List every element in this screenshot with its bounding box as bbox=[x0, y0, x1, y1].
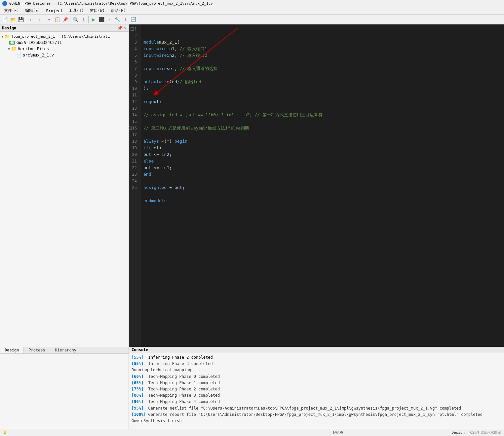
code-line-9 bbox=[143, 92, 501, 98]
toolbar-new[interactable]: 📄 bbox=[1, 16, 9, 23]
line-num-7: 7 bbox=[129, 65, 138, 72]
code-line-4 bbox=[143, 59, 501, 65]
code-line-3: input wire in2, // 输入端口2 bbox=[143, 52, 501, 59]
code-line-14: // 第二种方式是使用always的*触发方法ifelse判断 bbox=[143, 125, 501, 131]
source-file-name: src\mux_2_1.v bbox=[23, 53, 54, 57]
toolbar-sep1 bbox=[26, 16, 26, 23]
bottom-row: Design Process Hierarchy Console [55%] I… bbox=[0, 347, 504, 429]
tree-source-file[interactable]: 📄 src\mux_2_1.v bbox=[0, 52, 129, 58]
toolbar-cut[interactable]: ✂ bbox=[46, 16, 53, 23]
chip-badge: GW bbox=[9, 41, 15, 45]
toolbar-paste[interactable]: 📌 bbox=[61, 16, 69, 23]
console-line-4: [65%] Tech-Mapping Phase 1 completed bbox=[132, 380, 501, 386]
status-panel: Design bbox=[452, 430, 465, 435]
verilog-folder-label: Verilog Files bbox=[18, 47, 49, 51]
line-num-24: 24 bbox=[129, 178, 138, 184]
toolbar-find[interactable]: 🔍 bbox=[72, 16, 79, 23]
line-num-16: -16 bbox=[129, 125, 138, 131]
line-num-18: 18 bbox=[129, 138, 138, 145]
status-page: 起始页 bbox=[332, 430, 343, 435]
toolbar-refresh[interactable]: 🔄 bbox=[130, 16, 137, 23]
tab-hierarchy[interactable]: Hierarchy bbox=[50, 347, 81, 353]
code-line-10: reg out; bbox=[143, 98, 501, 105]
code-line-24 bbox=[143, 191, 501, 198]
menu-project[interactable]: Project bbox=[43, 8, 65, 14]
console-line-10: GowinSynthesis finish bbox=[132, 418, 501, 424]
line-numbers: -123456789101112131415-16171819202122232… bbox=[129, 24, 141, 347]
code-line-1: module mux_2_1( bbox=[143, 39, 501, 46]
console-line-1: [55%] Inferring Phase 3 completed bbox=[132, 361, 501, 367]
line-num-12: 12 bbox=[129, 98, 138, 105]
tab-process[interactable]: Process bbox=[24, 347, 50, 353]
menu-edit[interactable]: 编辑(E) bbox=[22, 8, 43, 14]
fold-marker-16[interactable]: - bbox=[129, 127, 132, 130]
main-area: Design 📌 ✕ ▼ 📁 fpga_project_mux_2_1 - [C… bbox=[0, 24, 504, 347]
line-num-11: 11 bbox=[129, 92, 138, 98]
tab-design[interactable]: Design bbox=[0, 347, 24, 353]
menu-bar: 文件(F) 编辑(E) Project 工具(T) 窗口(W) 帮助(H) bbox=[0, 7, 504, 15]
menu-help[interactable]: 帮助(H) bbox=[108, 8, 129, 14]
menu-file[interactable]: 文件(F) bbox=[1, 8, 22, 14]
pin-icon[interactable]: 📌 bbox=[117, 25, 123, 30]
code-line-17: if(sel) bbox=[143, 145, 501, 151]
status-center: 起始页 bbox=[227, 430, 449, 435]
toolbar-stop[interactable]: ⬛ bbox=[98, 16, 105, 23]
status-left: 💡 bbox=[0, 430, 227, 435]
code-line-6 bbox=[143, 72, 501, 79]
verilog-folder-icon: 📁 bbox=[11, 46, 17, 52]
toolbar-save[interactable]: 💾 bbox=[17, 16, 24, 23]
app-icon: 🔵 bbox=[2, 1, 7, 6]
tree-project-root[interactable]: ▼ 📁 fpga_project_mux_2_1 - [C:\Users\Adm… bbox=[0, 33, 129, 40]
console-line-7: [90%] Tech-Mapping Phase 4 completed bbox=[132, 399, 501, 405]
code-line-22 bbox=[143, 178, 501, 184]
toolbar-impl[interactable]: 🔧 bbox=[114, 16, 121, 23]
toolbar-goto[interactable]: ⤵ bbox=[80, 16, 87, 23]
toolbar-synth[interactable]: ⚡ bbox=[106, 16, 113, 23]
line-num-8: 8 bbox=[129, 72, 138, 79]
chip-name: GW5A-LV25UG324C2/I1 bbox=[17, 40, 62, 45]
status-right: Design bbox=[449, 430, 468, 435]
console-panel[interactable]: [55%] Inferring Phase 2 completed[55%] I… bbox=[129, 353, 504, 429]
toolbar-build[interactable]: ▶ bbox=[90, 16, 97, 23]
close-icon[interactable]: ✕ bbox=[124, 25, 127, 30]
line-num-6: 6 bbox=[129, 59, 138, 65]
tree-arrow-project: ▼ bbox=[1, 35, 3, 38]
code-line-7: output wire led // 输出led bbox=[143, 79, 501, 85]
line-num-1: -1 bbox=[129, 26, 138, 32]
code-line-11 bbox=[143, 105, 501, 112]
toolbar: 📄 📂 💾 ↩ ↪ ✂ 📋 📌 🔍 ⤵ ▶ ⬛ ⚡ 🔧 ⬇ 🔄 bbox=[0, 15, 504, 24]
toolbar-copy[interactable]: 📋 bbox=[54, 16, 61, 23]
console-line-6: [80%] Tech-Mapping Phase 3 completed bbox=[132, 392, 501, 399]
fold-marker-1[interactable]: - bbox=[131, 27, 134, 31]
menu-tools[interactable]: 工具(T) bbox=[66, 8, 87, 14]
toolbar-undo[interactable]: ↩ bbox=[27, 16, 35, 23]
console-line-9: [100%] Generate report file "C:\Users\Ad… bbox=[132, 412, 501, 418]
toolbar-open[interactable]: 📂 bbox=[9, 16, 17, 23]
console-line-3: [60%] Tech-Mapping Phase 0 completed bbox=[132, 374, 501, 380]
title-text: GOWIN FPGA Designer - [C:\Users\Administ… bbox=[9, 1, 215, 6]
code-content[interactable]: module mux_2_1( input wire in1, // 输入端口1… bbox=[141, 24, 504, 347]
console-line-2: Running technical mapping ... bbox=[132, 367, 501, 373]
bottom-content: Console [55%] Inferring Phase 2 complete… bbox=[129, 347, 504, 429]
menu-window[interactable]: 窗口(W) bbox=[87, 8, 108, 14]
toolbar-prog[interactable]: ⬇ bbox=[122, 16, 129, 23]
line-num-9: 9 bbox=[129, 79, 138, 85]
line-num-13: 13 bbox=[129, 105, 138, 112]
line-num-14: 14 bbox=[129, 112, 138, 118]
status-bar: 💡 起始页 Design CSDN @凉开水白菜 bbox=[0, 429, 504, 436]
tree-chip[interactable]: GW GW5A-LV25UG324C2/I1 bbox=[0, 40, 129, 46]
line-num-23: 23 bbox=[129, 171, 138, 178]
sidebar-header-icons: 📌 ✕ bbox=[117, 25, 127, 30]
code-editor[interactable]: -123456789101112131415-16171819202122232… bbox=[129, 24, 504, 347]
tree-verilog-folder[interactable]: ▼ 📁 Verilog Files bbox=[0, 46, 129, 52]
line-num-20: 20 bbox=[129, 151, 138, 158]
code-line-15 bbox=[143, 131, 501, 138]
lightbulb-icon: 💡 bbox=[3, 430, 7, 435]
line-num-19: 19 bbox=[129, 145, 138, 151]
watermark: CSDN @凉开水白菜 bbox=[467, 430, 504, 435]
code-line-16: always @(*) begin bbox=[143, 138, 501, 145]
title-bar: 🔵 GOWIN FPGA Designer - [C:\Users\Admini… bbox=[0, 0, 504, 7]
code-line-20: out <= in1; bbox=[143, 164, 501, 171]
console-line-0: [55%] Inferring Phase 2 completed bbox=[132, 354, 501, 361]
toolbar-redo[interactable]: ↪ bbox=[35, 16, 43, 23]
